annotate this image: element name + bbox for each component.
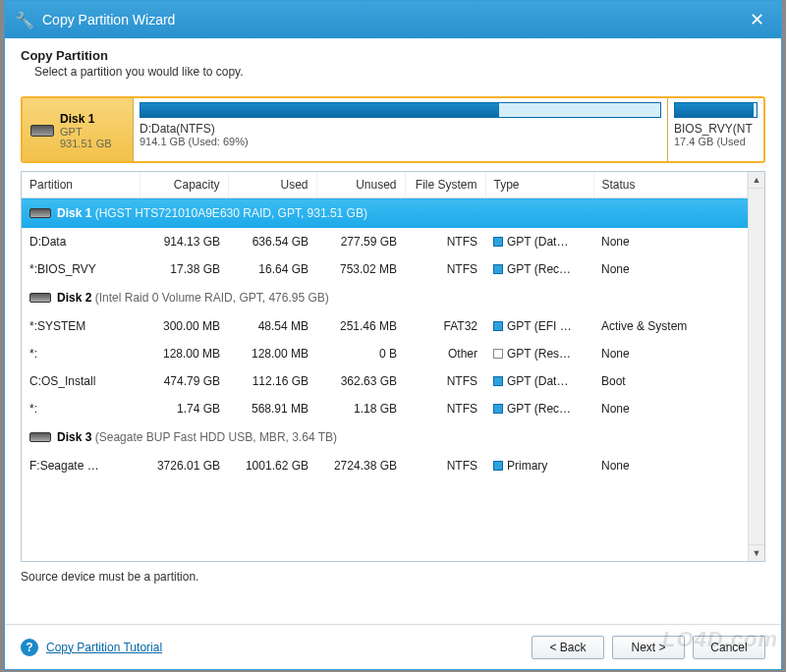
cell-partition: *:: [22, 395, 140, 422]
cell-type: GPT (Res…: [485, 340, 593, 367]
cell-type: GPT (Rec…: [485, 255, 593, 283]
partition-block-side[interactable]: BIOS_RVY(NT 17.4 GB (Used: [667, 98, 763, 161]
cell-capacity: 474.79 GB: [140, 367, 228, 395]
disk-detail-label: (Seagate BUP Fast HDD USB, MBR, 3.64 TB): [95, 430, 337, 444]
cell-partition: C:OS_Install: [22, 367, 140, 395]
usage-bar: [140, 102, 661, 118]
wizard-header: Copy Partition Select a partition you wo…: [5, 38, 781, 92]
cell-used: 16.64 GB: [228, 255, 316, 283]
cell-capacity: 300.00 MB: [140, 312, 228, 340]
vertical-scrollbar[interactable]: ▲ ▼: [748, 172, 764, 561]
type-color-icon: [493, 321, 503, 331]
cell-filesystem: NTFS: [405, 452, 485, 479]
cell-filesystem: Other: [405, 340, 485, 367]
disk-info[interactable]: Disk 1 GPT 931.51 GB: [23, 98, 133, 161]
col-capacity[interactable]: Capacity: [140, 172, 228, 198]
cell-partition: F:Seagate …: [22, 452, 140, 479]
partition-row[interactable]: F:Seagate …3726.01 GB1001.62 GB2724.38 G…: [22, 452, 748, 479]
scroll-down-icon[interactable]: ▼: [749, 544, 764, 561]
partition-row[interactable]: *:BIOS_RVY17.38 GB16.64 GB753.02 MBNTFSG…: [22, 255, 748, 283]
cell-filesystem: FAT32: [405, 312, 485, 340]
cell-type: GPT (Dat…: [485, 228, 593, 255]
cell-status: None: [593, 255, 748, 283]
cell-used: 128.00 MB: [228, 340, 316, 367]
cell-unused: 362.63 GB: [316, 367, 405, 395]
cell-status: None: [593, 228, 748, 255]
cell-used: 48.54 MB: [228, 312, 316, 340]
selected-disk-panel: Disk 1 GPT 931.51 GB D:Data(NTFS) 914.1 …: [21, 96, 765, 163]
cell-partition: *:SYSTEM: [22, 312, 140, 340]
disk-row[interactable]: Disk 1 (HGST HTS721010A9E630 RAID, GPT, …: [22, 198, 748, 229]
type-color-icon: [493, 376, 503, 386]
col-type[interactable]: Type: [485, 172, 593, 198]
cell-unused: 251.46 MB: [316, 312, 405, 340]
partition-row[interactable]: C:OS_Install474.79 GB112.16 GB362.63 GBN…: [22, 367, 748, 395]
close-icon[interactable]: ✕: [742, 6, 771, 33]
col-status[interactable]: Status: [593, 172, 748, 198]
page-title: Copy Partition: [21, 48, 765, 63]
cell-status: Active & System: [593, 312, 748, 340]
disk-detail-label: (HGST HTS721010A9E630 RAID, GPT, 931.51 …: [95, 206, 367, 220]
disk-size: 931.51 GB: [60, 138, 112, 149]
cell-capacity: 914.13 GB: [140, 228, 228, 255]
cell-type: GPT (Rec…: [485, 395, 593, 422]
partition-row[interactable]: *:1.74 GB568.91 MB1.18 GBNTFSGPT (Rec…No…: [22, 395, 748, 422]
col-partition[interactable]: Partition: [22, 172, 140, 198]
type-color-icon: [493, 461, 503, 471]
col-unused[interactable]: Unused: [316, 172, 405, 198]
cell-capacity: 17.38 GB: [140, 255, 228, 283]
hdd-icon: [29, 293, 51, 303]
table-header-row: Partition Capacity Used Unused File Syst…: [22, 172, 748, 198]
wizard-window: 🔧 Copy Partition Wizard ✕ Copy Partition…: [4, 0, 782, 670]
cell-type: GPT (EFI …: [485, 312, 593, 340]
cell-unused: 277.59 GB: [316, 228, 405, 255]
cell-partition: *:BIOS_RVY: [22, 255, 140, 283]
back-button[interactable]: < Back: [532, 636, 604, 659]
disk-type: GPT: [60, 126, 112, 138]
cell-partition: *:: [22, 340, 140, 367]
type-color-icon: [493, 237, 503, 247]
cancel-button[interactable]: Cancel: [693, 636, 765, 659]
cell-filesystem: NTFS: [405, 255, 485, 283]
col-filesystem[interactable]: File System: [405, 172, 485, 198]
cell-type: GPT (Dat…: [485, 367, 593, 395]
cell-used: 568.91 MB: [228, 395, 316, 422]
page-subtitle: Select a partition you would like to cop…: [21, 65, 765, 79]
hdd-icon: [30, 125, 54, 137]
cell-unused: 2724.38 GB: [316, 452, 405, 479]
partition-sub: 914.1 GB (Used: 69%): [140, 136, 661, 147]
col-used[interactable]: Used: [228, 172, 316, 198]
scroll-up-icon[interactable]: ▲: [749, 172, 764, 189]
cell-status: None: [593, 452, 748, 479]
cell-status: None: [593, 395, 748, 422]
partition-table: Partition Capacity Used Unused File Syst…: [22, 172, 748, 479]
cell-unused: 1.18 GB: [316, 395, 405, 422]
hdd-icon: [29, 208, 51, 218]
cell-status: Boot: [593, 367, 748, 395]
help-icon[interactable]: ?: [21, 639, 38, 656]
usage-bar: [674, 102, 758, 118]
cell-capacity: 1.74 GB: [140, 395, 228, 422]
disk-detail-label: (Intel Raid 0 Volume RAID, GPT, 476.95 G…: [95, 291, 329, 305]
disk-name-label: Disk 3: [57, 430, 91, 444]
partition-table-wrap: Partition Capacity Used Unused File Syst…: [21, 171, 765, 562]
cell-used: 1001.62 GB: [228, 452, 316, 479]
disk-row[interactable]: Disk 2 (Intel Raid 0 Volume RAID, GPT, 4…: [22, 283, 748, 312]
partition-block-main[interactable]: D:Data(NTFS) 914.1 GB (Used: 69%): [133, 98, 667, 161]
hdd-icon: [29, 432, 51, 442]
cell-capacity: 3726.01 GB: [140, 452, 228, 479]
partition-label: D:Data(NTFS): [140, 122, 661, 136]
partition-row[interactable]: *:128.00 MB128.00 MB0 BOtherGPT (Res…Non…: [22, 340, 748, 367]
disk-name-label: Disk 1: [57, 206, 91, 220]
partition-row[interactable]: *:SYSTEM300.00 MB48.54 MB251.46 MBFAT32G…: [22, 312, 748, 340]
type-color-icon: [493, 349, 503, 359]
disk-row[interactable]: Disk 3 (Seagate BUP Fast HDD USB, MBR, 3…: [22, 422, 748, 452]
footer-message: Source device must be a partition.: [5, 562, 781, 588]
next-button[interactable]: Next >: [612, 636, 685, 659]
partition-row[interactable]: D:Data914.13 GB636.54 GB277.59 GBNTFSGPT…: [22, 228, 748, 255]
cell-unused: 753.02 MB: [316, 255, 405, 283]
cell-filesystem: NTFS: [405, 395, 485, 422]
cell-filesystem: NTFS: [405, 367, 485, 395]
tutorial-link[interactable]: Copy Partition Tutorial: [46, 641, 162, 654]
cell-status: None: [593, 340, 748, 367]
